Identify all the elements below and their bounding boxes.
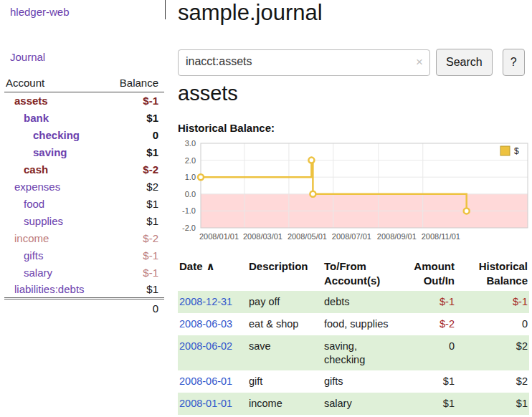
account-balance: $-1 (106, 264, 164, 282)
account-row: salary$-1 (4, 264, 164, 282)
transaction-date-link[interactable]: 2008-06-02 (179, 340, 232, 352)
register-header-description: Description (247, 255, 323, 291)
account-link-supplies[interactable]: supplies (24, 215, 63, 227)
account-link-salary[interactable]: salary (24, 267, 52, 279)
y-tick-label: 1.0 (185, 173, 196, 181)
account-link-gifts[interactable]: gifts (24, 249, 44, 262)
legend-label: $ (514, 146, 519, 156)
main-content: sample.journal × Search ? assets Histori… (178, 0, 532, 417)
legend-swatch-icon (500, 146, 510, 155)
account-row: food$1 (4, 196, 164, 213)
transaction-amount: $-2 (397, 313, 463, 335)
account-balance: $-2 (106, 161, 164, 178)
register-row: 2008-06-02savesaving, checking0$2 (178, 335, 529, 371)
account-link-bank[interactable]: bank (24, 112, 49, 124)
sidebar-item-journal[interactable]: Journal (10, 51, 45, 63)
data-point-marker (464, 208, 470, 214)
search-button[interactable]: Search (436, 49, 493, 76)
accounts-total-value: 0 (106, 299, 164, 317)
transaction-date-link[interactable]: 2008-06-03 (179, 318, 232, 330)
register-header-amount: Amount Out/In (397, 255, 463, 291)
register-header-balance-line2: Balance (486, 274, 528, 287)
register-header-amount-line2: Out/In (424, 274, 455, 287)
x-tick-label: 2008/09/01 (377, 232, 417, 241)
transaction-date-link[interactable]: 2008-01-01 (179, 398, 232, 409)
account-balance: $1 (106, 110, 164, 127)
data-point-marker (308, 158, 314, 163)
transaction-description: save (247, 335, 323, 371)
account-row: supplies$1 (4, 213, 164, 230)
account-link-saving[interactable]: saving (33, 146, 67, 158)
register-header-date[interactable]: Date∧ (178, 255, 247, 291)
register-header-accounts-line1: To/From (324, 260, 366, 272)
transaction-amount: 0 (397, 335, 463, 371)
sort-asc-icon: ∧ (206, 260, 215, 272)
balance-chart: 3.02.01.00.0-1.0-2.02008/01/012008/03/01… (176, 139, 531, 245)
transaction-date-link[interactable]: 2008-12-31 (179, 296, 232, 307)
account-link-expenses[interactable]: expenses (14, 181, 60, 193)
transaction-balance: $-1 (463, 291, 529, 313)
x-tick-label: 2008/03/01 (243, 232, 282, 241)
account-link-income[interactable]: income (14, 232, 49, 244)
register-header-accounts-line2: Account(s) (324, 274, 380, 287)
transaction-accounts: food, supplies (323, 313, 397, 335)
accounts-total-row: 0 (4, 299, 164, 317)
register-row: 2008-12-31pay offdebts$-1$-1 (178, 291, 529, 313)
transaction-balance: $2 (463, 335, 529, 371)
x-tick-label: 2008/11/01 (422, 232, 460, 241)
account-row: income$-2 (4, 230, 164, 247)
transaction-description: gift (247, 370, 323, 393)
account-row: checking0 (4, 127, 164, 144)
register-row: 2008-06-01giftgifts$1$2 (178, 370, 529, 393)
data-point-marker (198, 174, 204, 180)
transaction-accounts: salary (323, 393, 397, 415)
transaction-description: pay off (247, 291, 323, 313)
clear-search-icon[interactable]: × (416, 56, 423, 68)
transaction-accounts: debts (323, 291, 397, 313)
transaction-date-link[interactable]: 2008-06-01 (179, 375, 232, 387)
accounts-header-row: Account Balance (4, 77, 164, 92)
account-balance: $1 (106, 282, 164, 299)
register-body: 2008-12-31pay offdebts$-1$-12008-06-03ea… (178, 291, 529, 415)
account-link-checking[interactable]: checking (33, 129, 80, 141)
register-header-balance-line1: Historical (479, 260, 528, 272)
account-heading: assets (178, 82, 238, 105)
page-title: sample.journal (178, 0, 323, 26)
search-input[interactable] (179, 50, 407, 74)
account-row: assets$-1 (4, 92, 164, 110)
account-balance: $-1 (106, 247, 164, 264)
chart-title: Historical Balance: (178, 122, 275, 134)
account-link-liabilities-debts[interactable]: liabilities:debts (14, 283, 85, 295)
help-button[interactable]: ? (503, 49, 525, 76)
x-tick-label: 2008/01/01 (199, 232, 239, 241)
y-tick-label: -2.0 (182, 224, 196, 232)
register-header-balance: Historical Balance (463, 255, 529, 291)
historical-balance-svg: 3.02.01.00.0-1.0-2.02008/01/012008/03/01… (176, 139, 531, 245)
account-balance: 0 (106, 127, 164, 144)
x-tick-label: 2008/07/01 (332, 232, 371, 241)
register-header-accounts: To/From Account(s) (323, 255, 397, 291)
transaction-balance: $1 (463, 393, 529, 415)
account-link-food[interactable]: food (24, 198, 44, 210)
x-tick-label: 2008/05/01 (288, 232, 327, 241)
register-header-date-label: Date (179, 260, 203, 272)
account-balance: $-1 (106, 92, 164, 110)
accounts-table-body: assets$-1bank$1checking0saving$1cash$-2e… (4, 92, 164, 299)
account-balance: $1 (106, 196, 164, 213)
account-balance: $1 (106, 144, 164, 161)
app-title-link[interactable]: hledger-web (10, 6, 70, 18)
account-link-cash[interactable]: cash (24, 163, 48, 176)
account-balance: $2 (106, 178, 164, 196)
account-row: bank$1 (4, 110, 164, 127)
account-row: cash$-2 (4, 161, 164, 178)
y-tick-label: -1.0 (182, 206, 196, 215)
transaction-description: eat & shop (247, 313, 323, 335)
transaction-amount: $-1 (397, 291, 463, 313)
y-tick-label: 0.0 (185, 190, 196, 198)
accounts-table: Account Balance assets$-1bank$1checking0… (4, 77, 164, 317)
y-tick-label: 3.0 (185, 139, 196, 148)
account-balance: $1 (106, 213, 164, 230)
transaction-balance: $2 (463, 370, 529, 393)
register-header-amount-line1: Amount (414, 260, 455, 272)
account-link-assets[interactable]: assets (14, 95, 48, 107)
